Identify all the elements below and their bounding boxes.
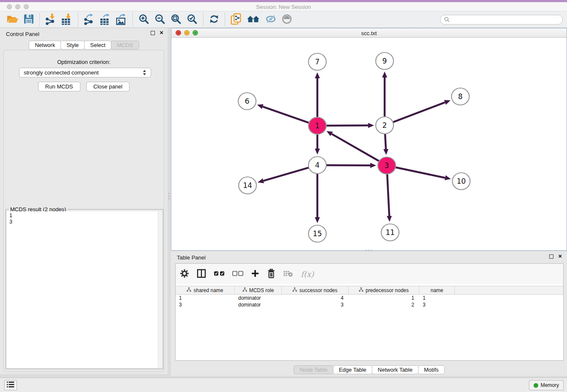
- network-canvas[interactable]: 1234678910111415: [171, 38, 567, 250]
- save-session-button[interactable]: [21, 13, 36, 26]
- delete-column-button[interactable]: [267, 269, 275, 279]
- memory-button[interactable]: Memory: [529, 380, 564, 390]
- float-panel-icon[interactable]: [151, 31, 155, 35]
- graph-edge[interactable]: [326, 165, 370, 166]
- graph-edge[interactable]: [263, 168, 308, 181]
- graph-edge[interactable]: [396, 167, 445, 178]
- open-file-icon: [7, 14, 19, 25]
- graph-node[interactable]: 15: [308, 225, 326, 242]
- export-table-button[interactable]: [97, 12, 113, 27]
- function-builder-button[interactable]: f(x): [301, 270, 314, 279]
- tab-select[interactable]: Select: [84, 41, 111, 50]
- graph-node[interactable]: 4: [308, 157, 326, 174]
- zoom-in-icon: [138, 14, 149, 26]
- mcds-result-text[interactable]: 1 3: [7, 211, 158, 368]
- graph-node[interactable]: 11: [381, 224, 399, 241]
- graph-node[interactable]: 6: [238, 93, 256, 110]
- delete-table-button[interactable]: [283, 270, 293, 278]
- control-panel-header: Control Panel ×: [0, 28, 168, 40]
- graph-node[interactable]: 8: [451, 88, 469, 105]
- visibility-button[interactable]: [279, 13, 295, 26]
- zoom-selected-button[interactable]: [184, 13, 200, 27]
- run-mcds-button[interactable]: Run MCDS: [38, 82, 80, 91]
- column-header-name[interactable]: name: [419, 286, 455, 294]
- hide-visibility-button[interactable]: [263, 14, 279, 26]
- graph-node[interactable]: 10: [452, 173, 470, 190]
- close-table-panel-icon[interactable]: ×: [558, 253, 562, 259]
- select-all-icon: [214, 271, 225, 278]
- graph-edge[interactable]: [385, 134, 386, 149]
- import-table-button[interactable]: [59, 12, 75, 27]
- graph-edge[interactable]: [387, 174, 389, 216]
- close-panel-button[interactable]: Close panel: [86, 82, 130, 91]
- graph-edge[interactable]: [326, 125, 368, 126]
- network-file-button[interactable]: [228, 12, 244, 27]
- tab-mcds[interactable]: MCDS: [111, 41, 139, 50]
- criterion-dropdown[interactable]: strongly connected component: [19, 68, 151, 77]
- import-network-icon: [45, 13, 56, 26]
- graph-edge[interactable]: [263, 107, 309, 123]
- table-settings-button[interactable]: [180, 269, 189, 279]
- table-cell: 1: [176, 295, 235, 301]
- table-cell: 3: [176, 301, 235, 308]
- mcds-panel-body: Optimization criterion: strongly connect…: [3, 50, 164, 372]
- home-button[interactable]: [244, 14, 263, 26]
- zoom-fit-button[interactable]: [168, 13, 184, 27]
- float-table-panel-icon[interactable]: [549, 254, 553, 259]
- select-all-button[interactable]: [214, 271, 225, 278]
- network-view-window: × − + scc.txt 1234678910111415: [171, 28, 567, 251]
- search-input[interactable]: [450, 17, 559, 22]
- close-panel-icon[interactable]: ×: [160, 29, 163, 36]
- table-toolbar: f(x): [176, 264, 563, 284]
- search-box[interactable]: [440, 15, 563, 25]
- column-header-mcds-role[interactable]: MCDS role: [235, 286, 282, 294]
- network-window-titlebar[interactable]: × − + scc.txt: [171, 28, 567, 38]
- import-network-button[interactable]: [43, 12, 59, 27]
- deselect-all-button[interactable]: [232, 271, 243, 278]
- toolbar-separator: [78, 13, 78, 26]
- svg-text:7: 7: [315, 58, 320, 66]
- column-header-shared-name[interactable]: shared name: [176, 286, 235, 294]
- graph-node[interactable]: 1: [308, 117, 326, 134]
- show-columns-button[interactable]: [197, 269, 206, 279]
- graph-node[interactable]: 2: [376, 117, 394, 134]
- open-file-button[interactable]: [4, 13, 21, 26]
- graph-node[interactable]: 14: [239, 177, 256, 194]
- table-cell: dominator: [235, 295, 282, 301]
- graph-node[interactable]: 3: [378, 157, 396, 174]
- node-table-body: 1dominator4113dominator323: [176, 295, 563, 308]
- tab-motifs[interactable]: Motifs: [418, 365, 445, 374]
- add-column-button[interactable]: [251, 269, 259, 279]
- export-image-button[interactable]: [113, 12, 129, 27]
- refresh-icon: [209, 14, 219, 25]
- svg-text:10: 10: [457, 177, 466, 185]
- zoom-in-button[interactable]: [136, 13, 152, 27]
- svg-text:6: 6: [245, 97, 250, 105]
- zoom-out-button[interactable]: [152, 13, 168, 27]
- tab-network[interactable]: Network: [29, 41, 61, 50]
- panel-menu-button[interactable]: [4, 380, 17, 390]
- dropdown-stepper-icon: [143, 69, 146, 76]
- tab-node-table[interactable]: Node Table: [294, 365, 333, 374]
- graph-edge[interactable]: [332, 134, 379, 161]
- column-header-predecessor-nodes[interactable]: predecessor nodes: [349, 286, 419, 294]
- tab-style[interactable]: Style: [61, 41, 85, 50]
- table-row[interactable]: 3dominator323: [176, 301, 563, 308]
- visibility-icon: [281, 14, 292, 25]
- column-header-successor-nodes[interactable]: successor nodes: [282, 286, 349, 294]
- svg-text:9: 9: [383, 57, 387, 65]
- refresh-button[interactable]: [206, 13, 222, 26]
- mcds-result-scrollbar[interactable]: [158, 211, 162, 368]
- session-title: Session: New Session: [0, 4, 567, 10]
- tab-edge-table[interactable]: Edge Table: [333, 365, 372, 374]
- export-network-button[interactable]: [81, 12, 97, 27]
- tab-network-table[interactable]: Network Table: [372, 365, 418, 374]
- table-panel-title: Table Panel: [177, 254, 206, 261]
- graph-edge[interactable]: [393, 102, 445, 122]
- graph-node[interactable]: 7: [308, 53, 326, 70]
- columns-icon: [197, 269, 206, 279]
- table-row[interactable]: 1dominator411: [176, 295, 563, 301]
- column-tree-icon: [359, 287, 363, 293]
- vertical-splitter-handle[interactable]: [168, 191, 170, 201]
- graph-node[interactable]: 9: [376, 52, 394, 69]
